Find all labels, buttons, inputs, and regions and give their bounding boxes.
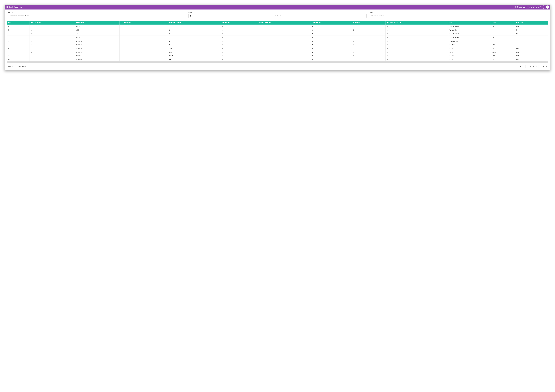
table-cell: 0 [386,25,448,28]
table-cell: 0 [352,28,386,32]
table-cell [258,28,311,32]
svg-rect-12 [190,15,191,16]
table-cell: 0 [386,47,448,50]
caret-down-icon: ▼ [363,15,366,16]
table-cell: 0 [352,54,386,58]
table-cell: 10 [491,25,515,28]
chevron-left-icon: ‹ [520,65,521,67]
cogs-icon [542,6,544,8]
column-header[interactable]: Product Name [29,21,75,25]
table-cell: 8 [515,43,548,47]
table-cell: 0 [221,28,258,32]
column-header[interactable]: Purchase Return Qty [386,21,448,25]
table-cell: 0 [168,32,221,36]
stock-report-panel: Stock Report List Export Pdf Export Exce… [5,5,550,70]
page-number[interactable]: 4 [532,64,535,68]
export-excel-label: Export Excel [531,6,539,8]
svg-rect-3 [7,7,8,7]
column-header[interactable]: Product Code [75,21,120,25]
table-cell: 4 [7,36,30,39]
table-row: 55STAT69-00000UNIFORMS08 [7,39,548,43]
column-header[interactable]: Sales Return Qty [258,21,311,25]
download-icon [529,6,531,8]
column-header[interactable]: Unit [448,21,491,25]
svg-point-8 [543,7,543,7]
table-cell: 5 [7,39,30,43]
svg-rect-2 [6,7,6,7]
table-cell: PANT [448,54,491,58]
table-cell: 134 [515,47,548,50]
table-row: 33T1-00030STATIONARI-348 [7,32,548,36]
table-cell: 0 [168,39,221,43]
table-cell: 8 [29,50,75,54]
table-cell: 0 [221,36,258,39]
table-cell: 0 [352,36,386,39]
table-cell: - [120,39,168,43]
page-prev[interactable]: ‹ [519,64,522,68]
page-number[interactable]: 2 [525,64,529,68]
item-input[interactable] [370,14,548,18]
table-cell: 0 [386,32,448,36]
export-pdf-button[interactable]: Export Pdf [515,6,527,8]
table-cell: 134 [515,50,548,54]
item-label: Item [370,12,548,13]
table-cell: 0 [352,39,386,43]
page-number[interactable]: 1 [522,64,526,68]
table-cell: 0 [352,58,386,61]
table-cell: 680 [168,43,221,47]
filter-item: Item [370,12,548,18]
table-cell: 7 [7,47,30,50]
table-cell: 0 [311,50,352,54]
table-cell: 1 [29,25,75,28]
column-header[interactable]: Stock [491,21,515,25]
table-cell: 123 [75,28,120,32]
table-cell: 10 [168,25,221,28]
table-scroll-wrap[interactable]: ◂ S.No.Product NameProduct CodeCategory … [7,21,548,63]
column-header[interactable]: Category Name [120,21,168,25]
entries-info: Showing 1 to 10 of 76 entries [7,65,27,67]
table-cell: 0 [311,54,352,58]
table-cell: 3 [352,32,386,36]
table-cell: 0 [221,43,258,47]
table-cell: 50 [168,36,221,39]
table-cell: -3 [491,32,515,36]
pagination: ‹12345...8› [519,64,548,68]
table-cell: 98.8 [168,58,221,61]
table-row: 22123-00000Wheat Flou00 [7,28,548,32]
column-header[interactable]: Outward Qty [311,21,352,25]
panel-header-left: Stock Report List [6,6,22,8]
table-cell [258,43,311,47]
table-cell: 36.4 [491,50,515,54]
column-header[interactable]: Inward Qty [221,21,258,25]
table-cell: 7 [29,47,75,50]
table-row: 44php1-500000STATIONARI505 [7,36,548,39]
settings-button[interactable] [542,6,545,9]
page-number[interactable]: 3 [529,64,532,68]
table-cell: php1 [75,36,120,39]
table-cell: - [120,25,168,28]
table-cell: 0 [352,47,386,50]
table-cell: STAT65 [75,54,120,58]
table-cell: 0 [221,39,258,43]
export-excel-button[interactable]: Export Excel [528,6,541,8]
panel-header: Stock Report List Export Pdf Export Exce… [5,5,550,9]
page-next[interactable]: › [545,64,548,68]
date-select[interactable]: All Period ▼ [189,14,367,18]
category-value: Please select Category Name [8,15,29,17]
page-number[interactable]: 8 [541,64,545,68]
table-cell [258,32,311,36]
category-select[interactable]: Please select Category Name [7,14,185,18]
table-cell [258,54,311,58]
table-header-row: S.No.Product NameProduct CodeCategory Na… [7,21,548,25]
table-cell: 8 [515,39,548,43]
column-header[interactable]: Opening Balance [168,21,221,25]
column-header[interactable]: Sales Qty [352,21,386,25]
page-number[interactable]: 5 [535,64,539,68]
table-cell: T1 [75,32,120,36]
filter-button[interactable] [546,6,549,9]
table-cell: STATIONARI [448,36,491,39]
table-cell: 0 [352,43,386,47]
column-header[interactable]: Sell Price [515,21,548,25]
chevron-right-icon: › [546,65,547,67]
column-header[interactable]: S.No. [7,21,30,25]
